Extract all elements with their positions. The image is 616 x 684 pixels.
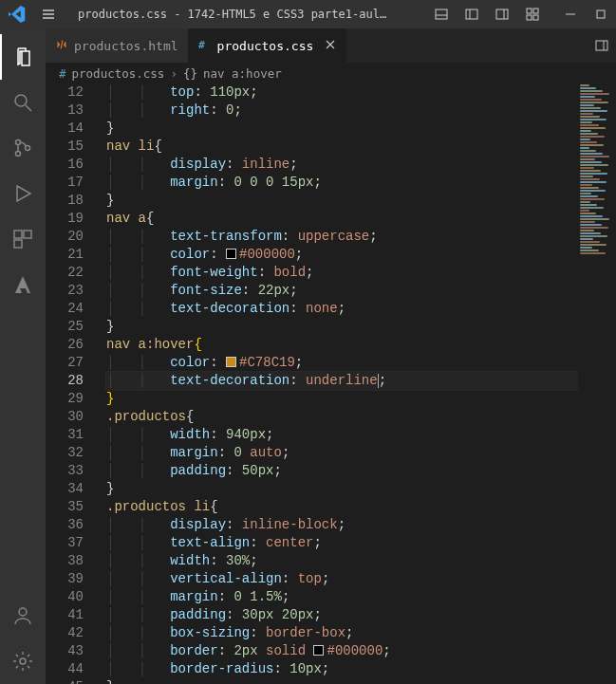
color-swatch	[226, 357, 236, 367]
customize-layout-icon[interactable]	[517, 0, 548, 28]
editor[interactable]: 1213141516171819202122232425262728293031…	[46, 83, 616, 684]
editor-group: productos.html # productos.css # product…	[46, 28, 616, 684]
css-file-icon: #	[59, 66, 66, 81]
close-icon[interactable]	[325, 39, 336, 53]
hamburger-menu-icon[interactable]	[34, 7, 63, 22]
svg-rect-8	[527, 15, 532, 20]
breadcrumb-symbol[interactable]: nav a:hover	[203, 66, 282, 81]
svg-rect-6	[527, 9, 532, 13]
svg-rect-0	[436, 9, 447, 19]
activity-extensions[interactable]	[0, 216, 46, 262]
activity-run-debug[interactable]	[0, 171, 46, 216]
svg-rect-11	[597, 10, 605, 18]
activity-source-control[interactable]	[0, 125, 46, 171]
line-number-gutter: 1213141516171819202122232425262728293031…	[46, 83, 91, 684]
svg-rect-19	[14, 240, 22, 248]
window-maximize-button[interactable]	[586, 0, 616, 28]
vscode-logo-icon	[0, 6, 34, 23]
color-swatch	[226, 249, 236, 259]
tab-label: productos.html	[74, 39, 178, 53]
activity-azure[interactable]	[0, 262, 46, 307]
svg-point-14	[16, 140, 21, 145]
svg-rect-4	[496, 9, 508, 19]
activity-account[interactable]	[0, 593, 46, 638]
svg-text:#: #	[198, 38, 205, 51]
svg-point-20	[19, 608, 27, 616]
symbol-icon: {}	[183, 66, 197, 81]
breadcrumb[interactable]: # productos.css › {} nav a:hover	[46, 63, 616, 83]
window-title: productos.css - 1742-HTML5 e CSS3 parte1…	[78, 8, 391, 21]
svg-point-16	[26, 146, 30, 151]
toggle-sidebar-right-icon[interactable]	[487, 0, 517, 28]
editor-tab-bar: productos.html # productos.css	[46, 28, 616, 63]
fold-gutter	[91, 83, 103, 684]
svg-point-12	[15, 95, 27, 106]
svg-rect-7	[533, 9, 538, 13]
svg-line-13	[26, 105, 31, 111]
svg-point-15	[16, 152, 21, 157]
svg-rect-18	[24, 231, 31, 238]
svg-rect-23	[596, 41, 607, 50]
code-area[interactable]: │ │ top: 110px;│ │ right: 0;}nav li{│ │ …	[103, 83, 616, 684]
activity-explorer[interactable]	[0, 34, 46, 80]
breadcrumb-file[interactable]: productos.css	[72, 66, 165, 81]
editor-layout-controls	[426, 0, 548, 28]
svg-rect-9	[533, 15, 538, 20]
html-file-icon	[55, 38, 68, 54]
tab-productos-css[interactable]: # productos.css	[189, 28, 347, 63]
toggle-sidebar-left-icon[interactable]	[457, 0, 487, 28]
window-minimize-button[interactable]	[555, 0, 586, 28]
activity-settings[interactable]	[0, 638, 46, 684]
color-swatch	[313, 645, 324, 656]
title-bar: productos.css - 1742-HTML5 e CSS3 parte1…	[0, 0, 616, 28]
tab-label: productos.css	[217, 39, 314, 53]
activity-search[interactable]	[0, 80, 46, 125]
toggle-panel-icon[interactable]	[426, 0, 457, 28]
css-file-icon: #	[198, 38, 212, 54]
svg-rect-17	[14, 231, 22, 238]
svg-point-21	[20, 658, 26, 664]
tab-productos-html[interactable]: productos.html	[46, 28, 189, 63]
chevron-right-icon: ›	[170, 66, 177, 81]
svg-rect-2	[466, 9, 477, 19]
activity-bar	[0, 28, 46, 684]
editor-actions-icon[interactable]	[588, 28, 616, 63]
minimap[interactable]	[578, 83, 616, 684]
